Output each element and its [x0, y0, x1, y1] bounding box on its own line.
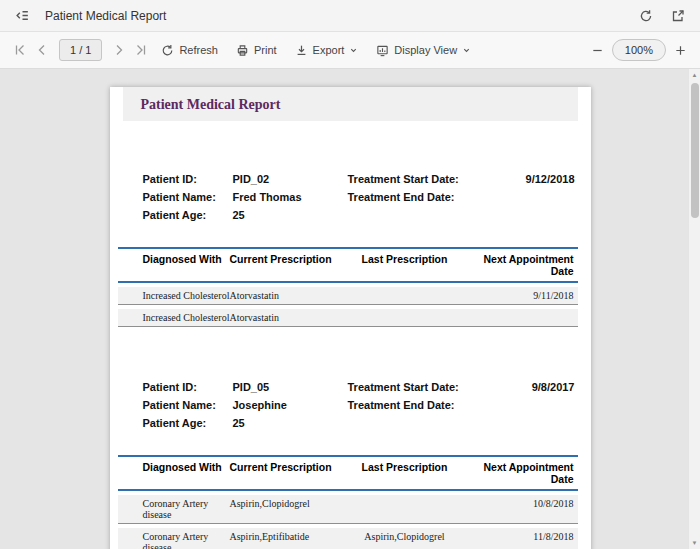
treatment-start-label: Treatment Start Date:	[348, 173, 468, 185]
table-row: Increased Cholesterol Atorvastatin 9/11/…	[118, 287, 578, 305]
cell-current: Atorvastatin	[230, 290, 340, 301]
treatment-end-value	[468, 399, 575, 411]
col-header-next: Next Appointment Date	[470, 461, 578, 485]
scroll-up-icon[interactable]: ▲	[689, 69, 700, 81]
patient-age-value: 25	[233, 417, 348, 429]
open-new-window-icon[interactable]	[668, 6, 688, 26]
col-header-last: Last Prescription	[340, 253, 470, 277]
download-icon	[295, 44, 308, 57]
report-toolbar: 1 / 1 Refresh Print Expor	[0, 32, 700, 69]
cell-current: Aspirin,Eptifibatide	[230, 531, 340, 549]
chevron-down-icon	[462, 46, 471, 55]
page-indicator[interactable]: 1 / 1	[59, 39, 102, 61]
patient-name-value: Josephine	[233, 399, 348, 411]
cell-diagnosed: Increased Cholesterol	[118, 312, 230, 323]
cell-current: Aspirin,Clopidogrel	[230, 498, 340, 520]
cell-last	[340, 290, 470, 301]
zoom-in-button[interactable]	[671, 41, 690, 60]
table-header-row: Diagnosed With Current Prescription Last…	[118, 247, 578, 283]
empty-cell	[468, 417, 575, 429]
patient-age-label: Patient Age:	[143, 417, 233, 429]
scroll-down-icon[interactable]: ▼	[689, 537, 700, 549]
display-view-icon	[376, 44, 389, 57]
previous-page-button[interactable]	[32, 40, 52, 60]
treatment-start-value: 9/8/2017	[468, 381, 575, 393]
table-header-row: Diagnosed With Current Prescription Last…	[118, 455, 578, 491]
treatment-end-value	[468, 191, 575, 203]
patient-id-label: Patient ID:	[143, 173, 233, 185]
patient-name-value: Fred Thomas	[233, 191, 348, 203]
patient-name-label: Patient Name:	[143, 399, 233, 411]
report-viewport: Patient Medical Report Patient ID: PID_0…	[0, 69, 700, 549]
table-row: Increased Cholesterol Atorvastatin	[118, 309, 578, 327]
sidebar-toggle-icon[interactable]	[12, 5, 33, 26]
patient-id-label: Patient ID:	[143, 381, 233, 393]
col-header-current: Current Prescription	[230, 253, 340, 277]
prescription-table-1: Diagnosed With Current Prescription Last…	[118, 247, 578, 327]
table-row: Coronary Artery disease Aspirin,Clopidog…	[118, 495, 578, 524]
treatment-start-value: 9/12/2018	[468, 173, 575, 185]
first-page-button[interactable]	[10, 40, 30, 60]
cell-last	[340, 498, 470, 520]
cell-diagnosed: Coronary Artery disease	[118, 498, 230, 520]
empty-cell	[348, 209, 468, 221]
report-page: Patient Medical Report Patient ID: PID_0…	[110, 87, 591, 549]
cell-last	[340, 312, 470, 323]
refresh-icon	[161, 44, 174, 57]
patient-age-label: Patient Age:	[143, 209, 233, 221]
zoom-level[interactable]: 100%	[612, 39, 666, 61]
display-view-button[interactable]: Display View	[368, 39, 479, 62]
print-label: Print	[254, 44, 277, 56]
patient-id-value: PID_05	[233, 381, 348, 393]
refresh-button[interactable]: Refresh	[153, 39, 226, 62]
printer-icon	[236, 44, 249, 57]
patient-name-label: Patient Name:	[143, 191, 233, 203]
treatment-end-label: Treatment End Date:	[348, 191, 468, 203]
treatment-start-label: Treatment Start Date:	[348, 381, 468, 393]
refresh-icon[interactable]	[636, 6, 656, 26]
cell-next	[470, 312, 578, 323]
print-button[interactable]: Print	[228, 39, 285, 62]
vertical-scrollbar[interactable]: ▲ ▼	[688, 69, 700, 549]
cell-current: Atorvastatin	[230, 312, 340, 323]
patient-age-value: 25	[233, 209, 348, 221]
cell-next: 11/8/2018	[470, 531, 578, 549]
patient-details-1: Patient ID: PID_02 Treatment Start Date:…	[143, 173, 575, 221]
refresh-label: Refresh	[179, 44, 218, 56]
patient-id-value: PID_02	[233, 173, 348, 185]
report-header-band: Patient Medical Report	[123, 87, 578, 121]
prescription-table-2: Diagnosed With Current Prescription Last…	[118, 455, 578, 549]
export-label: Export	[313, 44, 345, 56]
col-header-diagnosed: Diagnosed With	[118, 253, 230, 277]
empty-cell	[348, 417, 468, 429]
export-button[interactable]: Export	[287, 39, 367, 62]
report-title: Patient Medical Report	[141, 97, 281, 112]
col-header-last: Last Prescription	[340, 461, 470, 485]
table-row: Coronary Artery disease Aspirin,Eptifiba…	[118, 528, 578, 549]
col-header-diagnosed: Diagnosed With	[118, 461, 230, 485]
scrollbar-thumb[interactable]	[691, 83, 699, 218]
empty-cell	[468, 209, 575, 221]
cell-diagnosed: Increased Cholesterol	[118, 290, 230, 301]
chevron-down-icon	[349, 46, 358, 55]
cell-last: Aspirin,Clopidogrel	[340, 531, 470, 549]
titlebar: Patient Medical Report	[0, 0, 700, 32]
zoom-out-button[interactable]	[588, 41, 607, 60]
display-view-label: Display View	[394, 44, 457, 56]
patient-details-2: Patient ID: PID_05 Treatment Start Date:…	[143, 381, 575, 429]
next-page-button[interactable]	[109, 40, 129, 60]
col-header-current: Current Prescription	[230, 461, 340, 485]
col-header-next: Next Appointment Date	[470, 253, 578, 277]
page-title: Patient Medical Report	[45, 9, 166, 23]
cell-next: 9/11/2018	[470, 290, 578, 301]
cell-next: 10/8/2018	[470, 498, 578, 520]
last-page-button[interactable]	[131, 40, 151, 60]
treatment-end-label: Treatment End Date:	[348, 399, 468, 411]
cell-diagnosed: Coronary Artery disease	[118, 531, 230, 549]
